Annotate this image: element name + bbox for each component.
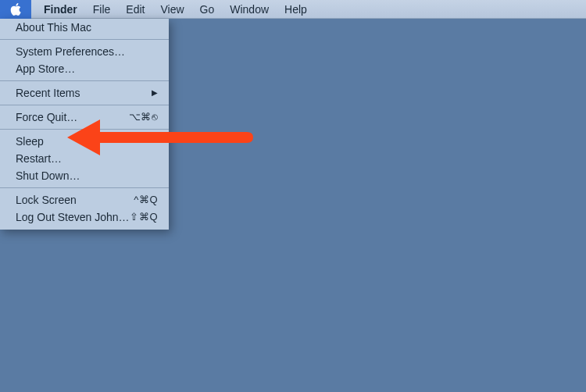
menu-item-logout[interactable]: Log Out Steven John… ⇧⌘Q bbox=[0, 208, 169, 226]
menu-separator bbox=[0, 129, 169, 130]
menu-separator bbox=[0, 105, 169, 105]
menu-item-label: App Store… bbox=[16, 62, 75, 76]
apple-menu-button[interactable] bbox=[0, 0, 31, 19]
menu-separator bbox=[0, 39, 169, 40]
menu-item-label: Force Quit… bbox=[16, 110, 77, 124]
menubar-item-view[interactable]: View bbox=[152, 0, 191, 19]
menu-item-label: Recent Items bbox=[16, 86, 80, 100]
submenu-arrow-icon: ▶ bbox=[152, 86, 158, 100]
menu-shortcut: ⇧⌘Q bbox=[130, 210, 158, 224]
menu-item-label: System Preferences… bbox=[16, 45, 125, 59]
menu-shortcut: ⌥⌘⎋ bbox=[129, 110, 159, 124]
menubar-app-name[interactable]: Finder bbox=[36, 0, 85, 19]
menu-item-label: About This Mac bbox=[16, 20, 91, 34]
menubar-item-window[interactable]: Window bbox=[222, 0, 277, 19]
menubar-item-file[interactable]: File bbox=[85, 0, 119, 19]
menubar: Finder File Edit View Go Window Help bbox=[0, 0, 586, 19]
menu-item-shutdown[interactable]: Shut Down… bbox=[0, 167, 169, 184]
menu-item-lock[interactable]: Lock Screen ^⌘Q bbox=[0, 191, 169, 208]
menu-item-label: Lock Screen bbox=[16, 193, 77, 207]
menu-separator bbox=[0, 80, 169, 81]
menu-shortcut: ^⌘Q bbox=[134, 193, 158, 207]
menu-item-restart[interactable]: Restart… bbox=[0, 150, 169, 167]
apple-logo-icon bbox=[10, 3, 21, 16]
menu-separator bbox=[0, 187, 169, 188]
menubar-items: Finder File Edit View Go Window Help bbox=[36, 0, 315, 19]
menubar-item-go[interactable]: Go bbox=[192, 0, 223, 19]
menu-item-sysprefs[interactable]: System Preferences… bbox=[0, 43, 169, 60]
menu-item-label: Sleep bbox=[16, 134, 44, 148]
menu-item-sleep[interactable]: Sleep bbox=[0, 133, 169, 150]
menu-item-appstore[interactable]: App Store… bbox=[0, 60, 169, 77]
menu-item-label: Shut Down… bbox=[16, 169, 80, 183]
menubar-item-edit[interactable]: Edit bbox=[118, 0, 152, 19]
menu-item-label: Restart… bbox=[16, 151, 62, 166]
menu-item-label: Log Out Steven John… bbox=[16, 210, 130, 224]
menu-item-recent[interactable]: Recent Items ▶ bbox=[0, 84, 169, 102]
menubar-item-help[interactable]: Help bbox=[277, 0, 315, 19]
menu-item-about[interactable]: About This Mac bbox=[0, 19, 169, 36]
menu-item-forcequit[interactable]: Force Quit… ⌥⌘⎋ bbox=[0, 109, 169, 126]
apple-menu-dropdown: About This Mac System Preferences… App S… bbox=[0, 19, 169, 230]
